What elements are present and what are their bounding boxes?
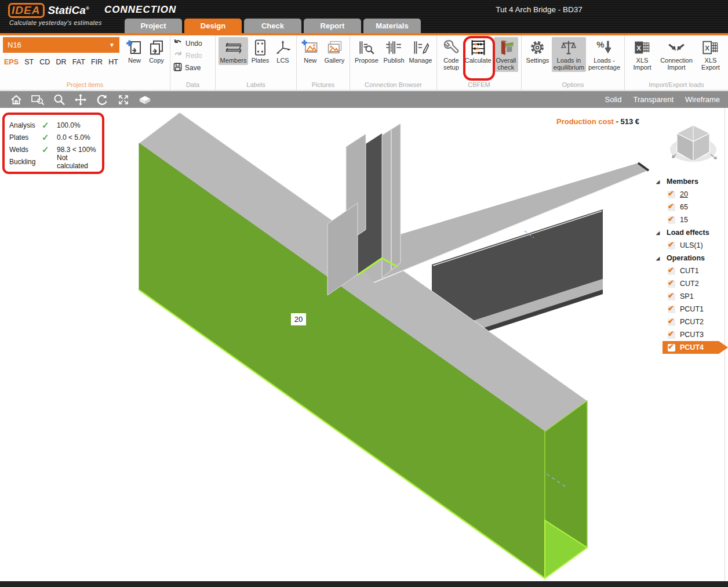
zoom-window-icon[interactable] <box>31 93 45 107</box>
checkbox[interactable] <box>668 191 675 198</box>
project-item-dropdown[interactable]: N16 ▼ <box>3 37 119 53</box>
new-document-icon <box>125 38 144 57</box>
xls-import-button[interactable]: X XLS Import <box>628 37 657 72</box>
propose-button[interactable]: Propose <box>353 37 380 65</box>
abacus-icon <box>469 38 487 57</box>
overall-check-button[interactable]: Overall check <box>494 37 518 72</box>
calculate-button[interactable]: Calculate <box>464 37 493 65</box>
tree-item-uls1[interactable]: ULS(1) <box>654 239 726 252</box>
new-item-button[interactable]: New <box>124 37 145 65</box>
section-label-labels: Labels <box>216 81 296 90</box>
module-name: CONNECTION <box>104 4 176 16</box>
section-label-connection-browser: Connection Browser <box>350 81 436 90</box>
checkbox[interactable] <box>668 318 675 326</box>
publish-icon <box>384 38 403 57</box>
manage-button[interactable]: Manage <box>407 37 434 65</box>
code-setup-button[interactable]: Code setup <box>440 37 463 72</box>
publish-button[interactable]: Publish <box>381 37 406 65</box>
checkbox[interactable] <box>668 293 675 300</box>
checkbox[interactable] <box>668 344 675 352</box>
status-bar <box>0 581 728 587</box>
tab-project[interactable]: Project <box>125 19 182 33</box>
tab-check[interactable]: Check <box>244 19 301 33</box>
mode-fir[interactable]: FIR <box>91 58 103 66</box>
tree-item-pcut4[interactable]: PCUT4 <box>663 341 728 354</box>
view-mode-solid[interactable]: Solid <box>605 95 622 104</box>
tab-materials[interactable]: Materials <box>363 19 421 33</box>
rotate-icon[interactable] <box>95 93 109 107</box>
idea-statica-connection-window: IDEA StatiCa® CONNECTION Calculate yeste… <box>0 0 728 587</box>
mode-dr[interactable]: DR <box>56 58 67 66</box>
production-cost: Production cost - 513 € <box>556 117 684 126</box>
logo-idea-text: IDEA <box>8 3 45 18</box>
settings-button[interactable]: Settings <box>525 37 551 65</box>
ribbon-section-project-items: N16 ▼ EPS ST CD DR FAT FIR HT <box>0 35 170 90</box>
pan-icon[interactable] <box>74 93 88 107</box>
checkbox[interactable] <box>668 267 675 275</box>
collapse-triangle-icon: ◢ <box>656 230 662 235</box>
view-mode-switch: Solid Transparent Wireframe <box>605 95 720 104</box>
tab-report[interactable]: Report <box>304 19 361 33</box>
ribbon-section-import-export: X XLS Import Connection Import X XLS Exp… <box>625 35 728 90</box>
loads-in-equilibrium-button[interactable]: Loads in equilibrium <box>552 37 586 72</box>
model-viewport[interactable]: 20 Analysis ✓ 100.0% Plates ✓ 0.0 < 5.0%… <box>0 108 728 581</box>
mode-fat[interactable]: FAT <box>72 58 85 66</box>
gallery-button[interactable]: Gallery <box>322 37 347 65</box>
chevron-down-icon: ▼ <box>109 42 115 48</box>
checkbox[interactable] <box>668 242 675 249</box>
check-pass-icon: ✓ <box>42 120 57 131</box>
plates-labels-button[interactable]: Plates <box>249 37 271 65</box>
viewport-toolbar: Solid Transparent Wireframe <box>0 91 728 108</box>
tree-header-operations[interactable]: ◢ Operations <box>654 252 726 264</box>
zoom-fit-icon[interactable] <box>117 93 130 107</box>
zoom-icon[interactable] <box>52 93 66 107</box>
xls-export-button[interactable]: X XLS Export <box>696 37 725 72</box>
tree-item-pcut1[interactable]: PCUT1 <box>654 303 726 316</box>
tab-design[interactable]: Design <box>184 19 242 33</box>
solid-brick-icon[interactable] <box>138 93 152 107</box>
tree-item-member-15[interactable]: 15 <box>654 213 726 226</box>
tree-item-member-20[interactable]: 20 <box>654 188 726 201</box>
member-number-tag: 20 <box>291 313 306 325</box>
tree-item-pcut2[interactable]: PCUT2 <box>654 316 726 328</box>
checkbox[interactable] <box>668 306 675 313</box>
checkbox[interactable] <box>668 280 675 288</box>
model-tree: ◢ Members 20 65 15 ◢ Load effects ULS( <box>654 175 726 354</box>
check-row-plates: Plates ✓ 0.0 < 5.0% <box>9 131 97 143</box>
tree-item-sp1[interactable]: SP1 <box>654 290 726 303</box>
view-mode-wireframe[interactable]: Wireframe <box>685 95 720 104</box>
ribbon-section-data: Undo Redo Save Data <box>170 35 216 90</box>
checkbox[interactable] <box>668 331 675 339</box>
tree-item-cut1[interactable]: CUT1 <box>654 264 726 277</box>
tree-item-cut2[interactable]: CUT2 <box>654 277 726 290</box>
tree-item-member-65[interactable]: 65 <box>654 201 726 213</box>
loads-percentage-button[interactable]: % Loads - percentage <box>587 37 621 72</box>
mode-ht[interactable]: HT <box>108 58 118 66</box>
tree-item-pcut3[interactable]: PCUT3 <box>654 328 726 341</box>
mode-st[interactable]: ST <box>24 58 34 66</box>
tree-header-members[interactable]: ◢ Members <box>654 175 726 188</box>
home-view-icon[interactable] <box>9 93 23 107</box>
checkbox[interactable] <box>668 204 675 211</box>
copy-item-button[interactable]: Copy <box>146 37 167 65</box>
connection-import-button[interactable]: Connection Import <box>658 37 695 72</box>
save-button[interactable]: Save <box>173 63 202 73</box>
lcs-labels-button[interactable]: LCS <box>272 37 293 65</box>
navigation-cube[interactable] <box>668 121 719 168</box>
tree-header-load-effects[interactable]: ◢ Load effects <box>654 226 726 239</box>
members-labels-button[interactable]: Members <box>219 37 248 65</box>
view-mode-transparent[interactable]: Transparent <box>633 95 674 104</box>
mode-eps[interactable]: EPS <box>4 58 19 66</box>
redo-button[interactable]: Redo <box>173 50 202 61</box>
xls-export-icon: X <box>701 38 720 57</box>
project-item-selected: N16 <box>8 41 21 49</box>
main-tabs: Project Design Check Report Materials <box>125 19 421 33</box>
plate-icon <box>251 38 270 57</box>
mode-cd[interactable]: CD <box>39 58 50 66</box>
save-icon <box>173 63 182 73</box>
section-label-data: Data <box>170 81 215 90</box>
undo-button[interactable]: Undo <box>173 38 202 49</box>
checkbox[interactable] <box>668 216 675 224</box>
new-picture-button[interactable]: New <box>300 37 321 65</box>
svg-text:X: X <box>636 45 641 52</box>
